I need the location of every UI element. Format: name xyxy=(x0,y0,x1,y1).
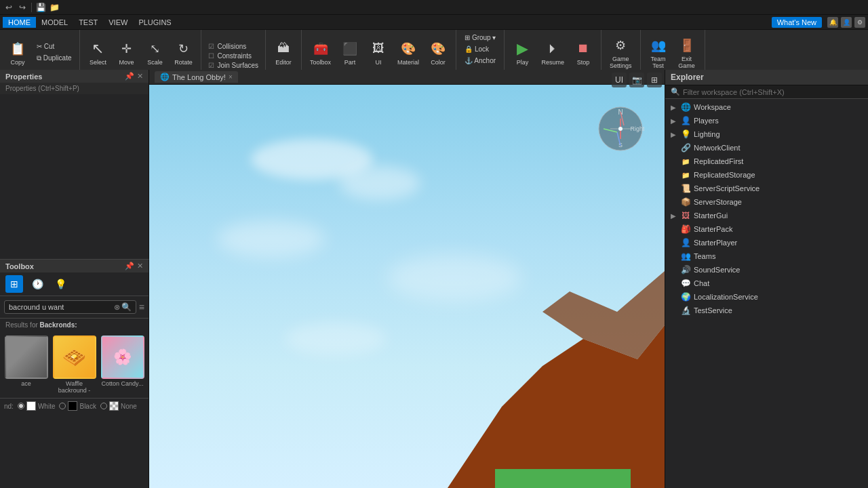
color-button[interactable]: 🎨 Color xyxy=(425,37,452,68)
exit-game-button[interactable]: 🚪 ExitGame xyxy=(673,33,701,72)
menu-home[interactable]: HOME xyxy=(3,17,36,28)
properties-close-icon[interactable]: ✕ xyxy=(137,72,143,81)
tree-arrow-workspace: ▶ xyxy=(671,104,680,111)
toolbox-tabs: ⊞ 🕐 💡 xyxy=(0,272,149,296)
save-button[interactable]: 💾 xyxy=(35,1,47,14)
toolbox-search-input[interactable] xyxy=(9,303,113,311)
tree-teams[interactable]: ▶ 👥 Teams xyxy=(665,249,868,263)
copy-button[interactable]: 📋 Copy xyxy=(4,37,31,68)
serverscript-label: ServerScriptService xyxy=(694,184,760,192)
toolbox-item-1[interactable]: 🧇 Waffle backround - xyxy=(52,336,96,394)
toolbox-thumb-2: 🌸 xyxy=(101,336,144,379)
select-button[interactable]: ↖ Select xyxy=(84,37,111,68)
search-clear-icon[interactable]: ⊗ xyxy=(114,303,120,312)
top-icon-2[interactable]: 👤 xyxy=(841,17,852,28)
tree-chat[interactable]: ▶ 💬 Chat xyxy=(665,277,868,290)
constraints-check[interactable]: ☐ Constraints xyxy=(205,52,261,60)
bg-black-option[interactable]: Black xyxy=(59,401,96,411)
properties-pin-icon[interactable]: 📌 xyxy=(125,72,134,81)
tree-serverscriptservice[interactable]: ▶ 📜 ServerScriptService xyxy=(665,182,868,195)
menu-view[interactable]: VIEW xyxy=(103,17,133,28)
settings-icon: ⚙ xyxy=(611,36,630,55)
cut-button[interactable]: ✂ Cut xyxy=(33,41,75,52)
tree-starterpack[interactable]: ▶ 🎒 StarterPack xyxy=(665,222,868,236)
bg-white-option[interactable]: White xyxy=(18,401,56,411)
material-button[interactable]: 🎨 Material xyxy=(393,37,423,68)
game-settings-button[interactable]: ⚙ GameSettings xyxy=(606,33,636,72)
toolbox-tab-recent[interactable]: 🕐 xyxy=(28,275,46,293)
collisions-check[interactable]: ☑ Collisions xyxy=(205,42,261,51)
undo-button[interactable]: ↩ xyxy=(3,1,15,14)
viewport-camera-icon[interactable]: 📷 xyxy=(629,73,644,87)
part-button[interactable]: ⬛ Part xyxy=(336,37,363,68)
bg-label: nd: xyxy=(4,403,14,410)
toolbox-filter-icon[interactable]: ≡ xyxy=(139,302,144,312)
tree-replicatedstorage[interactable]: ▶ 📁 ReplicatedStorage xyxy=(665,168,868,182)
play-button[interactable]: ▶ Play xyxy=(509,37,536,68)
team-test-button[interactable]: 👥 TeamTest xyxy=(645,33,672,72)
whats-new-button[interactable]: What's New xyxy=(772,17,822,28)
terrain-editor-button[interactable]: 🏔 Editor xyxy=(270,37,297,68)
menu-test[interactable]: TEST xyxy=(73,17,103,28)
tree-testservice[interactable]: ▶ 🔬 TestService xyxy=(665,304,868,317)
tree-players[interactable]: ▶ 👤 Players xyxy=(665,114,868,127)
viewport-tab-title: The Long Obby! xyxy=(172,73,226,81)
redo-button[interactable]: ↪ xyxy=(16,1,28,14)
tree-soundservice[interactable]: ▶ 🔊 SoundService xyxy=(665,263,868,277)
menu-model[interactable]: MODEL xyxy=(36,17,73,28)
duplicate-button[interactable]: ⧉ Duplicate xyxy=(33,53,75,64)
bg-none-option[interactable]: None xyxy=(100,401,137,411)
toolbox-pin-icon[interactable]: 📌 xyxy=(125,262,134,270)
replicatedstorage-label: ReplicatedStorage xyxy=(694,171,755,179)
viewport-tab-close[interactable]: × xyxy=(229,73,233,81)
properties-subheader: Properties (Ctrl+Shift+P) xyxy=(0,83,149,94)
svg-marker-1 xyxy=(542,271,665,359)
sky-background: N Right S xyxy=(149,85,665,488)
tree-replicatedfirst[interactable]: ▶ 📁 ReplicatedFirst xyxy=(665,155,868,168)
resume-button[interactable]: ⏵ Resume xyxy=(537,37,568,68)
scale-button[interactable]: ⤡ Scale xyxy=(141,37,168,68)
tree-localizationservice[interactable]: ▶ 🌍 LocalizationService xyxy=(665,290,868,304)
toolbox-tab-light[interactable]: 💡 xyxy=(52,275,69,293)
tree-serverstorage[interactable]: ▶ 📦 ServerStorage xyxy=(665,195,868,209)
toolbox-thumb-0 xyxy=(5,336,48,379)
search-magnify-icon[interactable]: 🔍 xyxy=(121,302,132,312)
stop-icon: ⏹ xyxy=(574,39,593,58)
testservice-label: TestService xyxy=(694,306,732,314)
folder-button[interactable]: 📁 xyxy=(48,1,60,14)
move-button[interactable]: ✛ Move xyxy=(113,37,140,68)
tree-networkclient[interactable]: ▶ 🔗 NetworkClient xyxy=(665,141,868,155)
rotate-button[interactable]: ↻ Rotate xyxy=(170,37,197,68)
top-icon-3[interactable]: ⚙ xyxy=(854,17,865,28)
toolbox-item-2[interactable]: 🌸 Cotton Candy... xyxy=(100,336,144,394)
top-icon-1[interactable]: 🔔 xyxy=(827,17,838,28)
group-button[interactable]: ⊞ Group ▾ xyxy=(460,33,500,43)
menu-plugins[interactable]: PLUGINS xyxy=(133,17,176,28)
left-area: Properties 📌 ✕ Properties (Ctrl+Shift+P)… xyxy=(0,70,149,488)
join-surfaces-check[interactable]: ☑ Join Surfaces xyxy=(205,61,261,70)
explorer-filter-input[interactable] xyxy=(683,88,863,96)
lock-button[interactable]: 🔒 Lock xyxy=(460,44,493,54)
scale-icon: ⤡ xyxy=(145,39,164,58)
toolbox-button[interactable]: 🧰 Toolbox xyxy=(306,37,335,68)
anchor-button[interactable]: ⚓ Anchor xyxy=(460,56,500,66)
bg-none-label: None xyxy=(121,403,137,410)
viewport-ui-icon[interactable]: UI xyxy=(612,73,627,87)
toolbox-item-0[interactable]: ace xyxy=(4,336,48,394)
check-icon-collisions: ☑ xyxy=(208,43,214,50)
viewport-split-icon[interactable]: ⊞ xyxy=(647,73,662,87)
toolbox-tab-grid[interactable]: ⊞ xyxy=(5,275,23,293)
collision-checks: ☑ Collisions ☐ Constraints ☑ Join Surfac… xyxy=(205,42,261,70)
tree-starterplayer[interactable]: ▶ 👤 StarterPlayer xyxy=(665,236,868,249)
viewport-canvas[interactable]: N Right S xyxy=(149,85,665,488)
ui-button[interactable]: 🖼 UI xyxy=(365,37,392,68)
viewport-tab-item[interactable]: 🌐 The Long Obby! × xyxy=(155,71,238,83)
move-label: Move xyxy=(119,59,134,66)
tree-startergui[interactable]: ▶ 🖼 StarterGui xyxy=(665,209,868,222)
color-label: Color xyxy=(431,59,446,66)
stop-button[interactable]: ⏹ Stop xyxy=(570,37,597,68)
tree-lighting[interactable]: ▶ 💡 Lighting xyxy=(665,127,868,141)
toolbox-close-icon[interactable]: ✕ xyxy=(137,262,143,270)
tree-workspace[interactable]: ▶ 🌐 Workspace xyxy=(665,100,868,114)
toolbox-results-label: Results for Backronds: xyxy=(0,319,149,331)
